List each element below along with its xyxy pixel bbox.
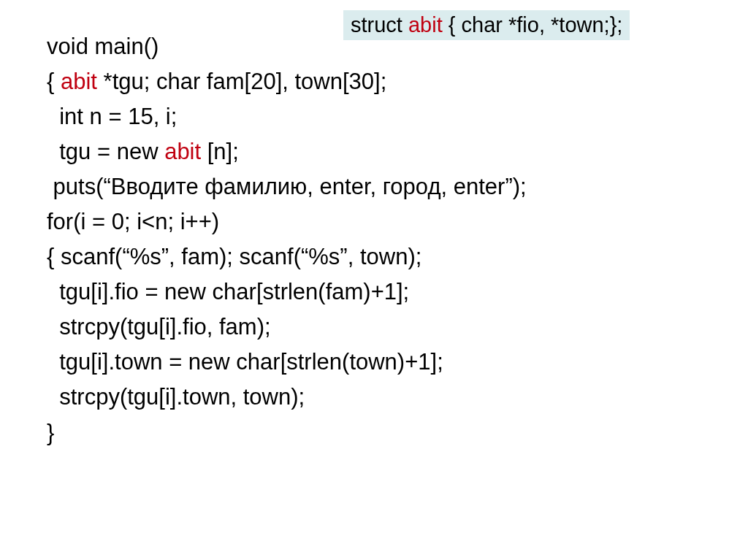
code-line-2b: *tgu; char fam[20], town[30]; <box>97 69 386 94</box>
code-line-10: tgu[i].town = new char[strlen(town)+1]; <box>47 349 443 375</box>
code-line-4b: [n]; <box>201 139 245 164</box>
code-keyword-abit-2: abit <box>164 139 201 164</box>
code-line-4a: tgu = new <box>47 139 164 164</box>
code-block: void main() { abit *tgu; char fam[20], t… <box>47 29 527 450</box>
code-line-7: { scanf(“%s”, fam); scanf(“%s”, town); <box>47 244 421 269</box>
code-line-6: for(i = 0; i<n; i++) <box>47 209 219 234</box>
code-line-3: int n = 15, i; <box>47 104 177 129</box>
code-line-1: void main() <box>47 34 159 59</box>
code-keyword-abit-1: abit <box>61 69 97 94</box>
code-line-8: tgu[i].fio = new char[strlen(fam)+1]; <box>47 279 409 304</box>
code-line-11: strcpy(tgu[i].town, town); <box>47 384 305 410</box>
code-line-2a: { <box>47 69 61 94</box>
code-line-12: } <box>47 420 54 445</box>
code-line-9: strcpy(tgu[i].fio, fam); <box>47 314 271 340</box>
code-line-5: puts(“Вводите фамилию, enter, город, ent… <box>47 174 527 199</box>
